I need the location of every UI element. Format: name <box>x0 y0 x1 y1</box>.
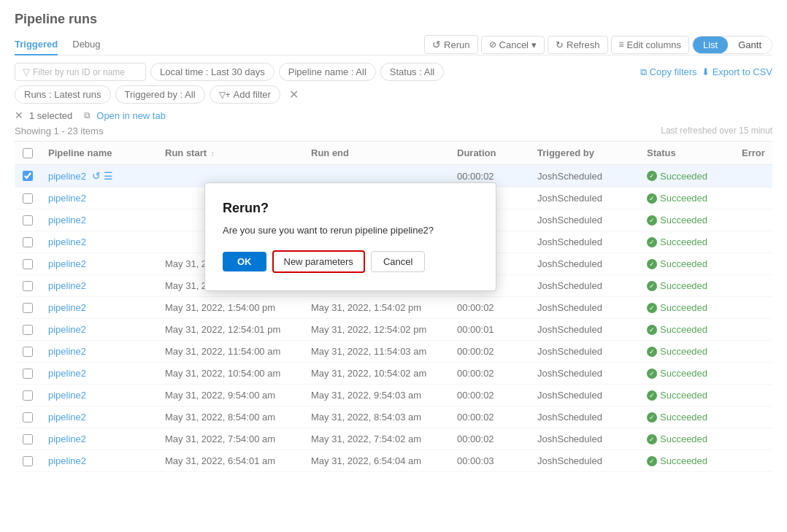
page: Pipeline runs Triggered Debug ↺ Rerun ⊘ … <box>0 0 787 532</box>
modal-overlay: Rerun? Are you sure you want to rerun pi… <box>0 0 787 532</box>
modal-cancel-button[interactable]: Cancel <box>371 251 425 272</box>
modal-actions: OK New parameters Cancel <box>223 250 478 273</box>
modal-ok-button[interactable]: OK <box>223 252 266 271</box>
rerun-modal: Rerun? Are you sure you want to rerun pi… <box>204 182 496 291</box>
modal-title: Rerun? <box>223 201 478 216</box>
modal-new-parameters-button[interactable]: New parameters <box>272 250 365 273</box>
modal-body: Are you sure you want to rerun pipeline … <box>223 225 478 236</box>
